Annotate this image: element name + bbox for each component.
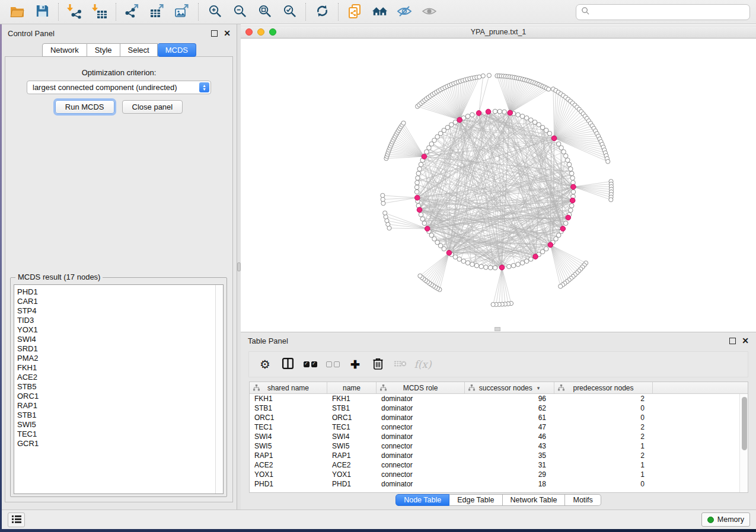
network-hub-node[interactable] <box>548 242 553 248</box>
network-node[interactable] <box>488 265 493 270</box>
network-node[interactable] <box>422 221 427 226</box>
network-hub-node[interactable] <box>422 154 427 159</box>
network-node[interactable] <box>481 74 485 78</box>
table-settings-button[interactable]: ⚙ <box>254 354 276 374</box>
tab-network-table[interactable]: Network Table <box>503 494 566 506</box>
network-node[interactable] <box>493 265 497 270</box>
network-node[interactable] <box>401 121 406 125</box>
mcds-result-item[interactable]: STP4 <box>17 306 223 316</box>
network-node[interactable] <box>524 116 529 120</box>
network-node[interactable] <box>569 171 574 176</box>
network-node[interactable] <box>487 73 491 78</box>
network-node[interactable] <box>414 190 419 194</box>
network-node[interactable] <box>563 221 568 226</box>
network-node[interactable] <box>567 162 572 167</box>
network-node[interactable] <box>419 162 423 167</box>
open-button[interactable] <box>5 2 30 22</box>
table-row[interactable]: ACE2ACE2connector311 <box>250 460 739 470</box>
zoom-in-button[interactable] <box>202 2 227 22</box>
memory-button[interactable]: Memory <box>701 512 750 527</box>
mcds-result-item[interactable]: FKH1 <box>17 363 223 373</box>
zoom-selected-button[interactable] <box>277 2 302 22</box>
tab-motifs[interactable]: Motifs <box>565 494 601 506</box>
network-node[interactable] <box>569 208 573 213</box>
column-header-shared-name[interactable]: shared name <box>250 382 327 393</box>
mcds-result-item[interactable]: TEC1 <box>17 430 223 439</box>
table-row[interactable]: TEC1TEC1connector472 <box>250 422 739 432</box>
network-node[interactable] <box>571 190 576 194</box>
mcds-result-item[interactable]: PMA2 <box>17 354 223 363</box>
network-node[interactable] <box>529 257 534 262</box>
network-hub-node[interactable] <box>570 198 575 203</box>
network-node[interactable] <box>383 211 387 215</box>
tab-mcds[interactable]: MCDS <box>158 43 196 57</box>
mcds-result-list[interactable]: PHD1CAR1STP4TID3YOX1SWI4SRD1PMA2FKH1ACE2… <box>14 284 224 494</box>
network-node[interactable] <box>414 185 419 190</box>
float-panel-icon[interactable] <box>211 30 218 37</box>
tab-node-table[interactable]: Node Table <box>395 494 449 506</box>
mcds-list-scrollbar[interactable] <box>215 285 223 493</box>
network-hub-node[interactable] <box>414 196 420 201</box>
mcds-result-item[interactable]: SWI4 <box>17 335 223 344</box>
network-node[interactable] <box>507 264 512 269</box>
network-node[interactable] <box>497 109 502 114</box>
network-hub-node[interactable] <box>446 251 452 256</box>
network-node[interactable] <box>566 158 570 163</box>
network-hub-node[interactable] <box>457 117 462 123</box>
table-row[interactable]: YOX1YOX1connector291 <box>250 470 739 479</box>
show-eye-button[interactable] <box>417 2 442 22</box>
scrollbar-thumb[interactable] <box>742 397 747 450</box>
network-hub-node[interactable] <box>508 110 513 116</box>
show-panels-button[interactable] <box>8 512 25 527</box>
network-node[interactable] <box>563 153 568 158</box>
network-hub-node[interactable] <box>551 136 557 141</box>
network-node[interactable] <box>520 261 525 265</box>
zoom-out-button[interactable] <box>227 2 252 22</box>
network-canvas[interactable] <box>241 39 756 332</box>
network-node[interactable] <box>562 150 566 155</box>
network-node[interactable] <box>547 87 551 91</box>
network-node[interactable] <box>416 171 421 176</box>
criterion-dropdown[interactable]: largest connected component (undirected)… <box>27 81 211 94</box>
network-node[interactable] <box>461 259 466 264</box>
network-node[interactable] <box>416 176 420 181</box>
mcds-result-item[interactable]: GCR1 <box>17 439 223 448</box>
network-hub-node[interactable] <box>417 207 422 213</box>
mcds-result-item[interactable]: PHD1 <box>17 287 223 297</box>
import-network-button[interactable] <box>62 2 87 22</box>
show-columns-button[interactable] <box>276 354 299 374</box>
select-all-button[interactable] <box>299 354 321 374</box>
table-row[interactable]: RAP1RAP1dominator352 <box>250 451 739 460</box>
network-node[interactable] <box>520 114 525 119</box>
network-node[interactable] <box>511 264 516 268</box>
network-hub-node[interactable] <box>560 226 566 232</box>
tab-select[interactable]: Select <box>120 43 158 57</box>
network-node[interactable] <box>381 197 385 201</box>
network-node[interactable] <box>570 176 575 181</box>
network-node[interactable] <box>502 110 507 114</box>
close-panel-icon[interactable]: ✕ <box>742 338 749 344</box>
network-node[interactable] <box>484 265 489 270</box>
network-hub-node[interactable] <box>499 265 505 270</box>
add-column-button[interactable]: ✚ <box>344 354 366 374</box>
mcds-result-item[interactable]: TID3 <box>17 316 223 325</box>
network-hub-node[interactable] <box>425 226 430 232</box>
save-button[interactable] <box>30 2 55 22</box>
network-node[interactable] <box>425 150 429 155</box>
network-node[interactable] <box>419 213 423 217</box>
close-panel-icon[interactable]: ✕ <box>224 30 231 37</box>
delete-column-button[interactable] <box>389 354 412 374</box>
network-node[interactable] <box>384 214 388 219</box>
network-hub-node[interactable] <box>533 254 538 259</box>
tab-edge-table[interactable]: Edge Table <box>449 494 502 506</box>
table-row[interactable]: PHD1PHD1dominator180 <box>250 479 739 489</box>
delete-row-button[interactable] <box>366 354 389 374</box>
network-node[interactable] <box>381 193 385 197</box>
network-node[interactable] <box>493 109 497 114</box>
table-scrollbar[interactable] <box>739 394 748 492</box>
network-node[interactable] <box>417 166 422 171</box>
search-field[interactable] <box>576 4 750 20</box>
network-node[interactable] <box>465 261 470 265</box>
table-row[interactable]: SWI5SWI5connector431 <box>250 441 739 451</box>
home-button[interactable] <box>367 2 392 22</box>
